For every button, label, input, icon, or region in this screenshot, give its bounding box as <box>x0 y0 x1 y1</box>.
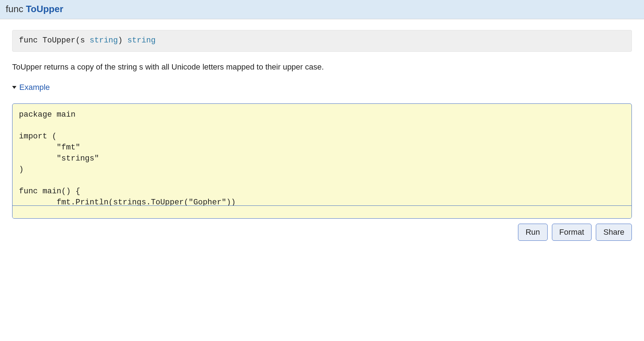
run-button[interactable]: Run <box>518 224 547 241</box>
content-area: func ToUpper(s string) string ToUpper re… <box>0 30 644 248</box>
function-description: ToUpper returns a copy of the string s w… <box>12 62 632 73</box>
signature-param-type: string <box>90 36 118 45</box>
signature-prefix: func ToUpper(s <box>19 36 90 45</box>
function-signature: func ToUpper(s string) string <box>12 30 632 52</box>
example-code-textarea[interactable] <box>12 104 632 205</box>
signature-middle: ) <box>118 36 127 45</box>
signature-return-type: string <box>127 36 156 45</box>
share-button[interactable]: Share <box>596 224 632 241</box>
function-title: func ToUpper <box>6 4 638 15</box>
example-toggle[interactable]: Example <box>12 83 632 92</box>
func-keyword: func <box>6 4 26 14</box>
format-button[interactable]: Format <box>552 224 592 241</box>
playground-buttons: Run Format Share <box>12 224 632 241</box>
function-name-link[interactable]: ToUpper <box>26 4 63 14</box>
function-header: func ToUpper <box>0 0 644 19</box>
example-output-area <box>12 205 632 218</box>
example-label: Example <box>19 83 50 92</box>
example-code-container <box>12 103 632 219</box>
chevron-down-icon <box>12 86 16 89</box>
